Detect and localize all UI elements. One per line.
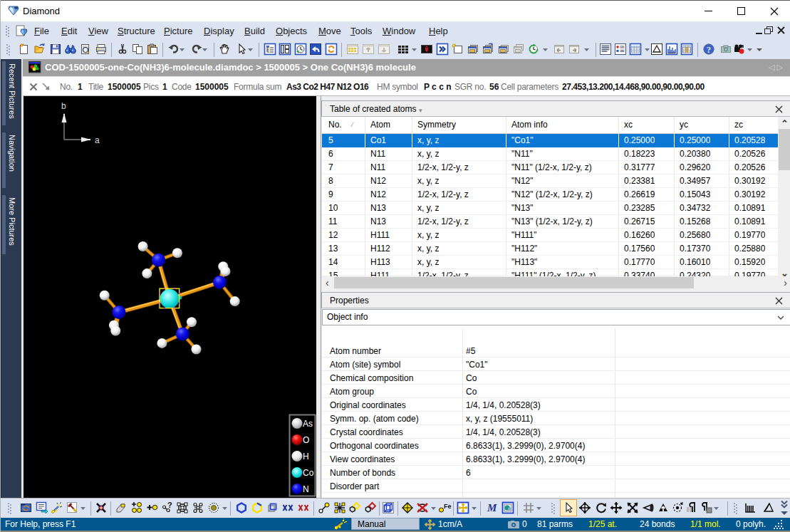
svg-text:a: a [95,135,100,145]
svg-text:?: ? [707,44,712,55]
svg-text:?: ? [167,501,172,509]
svg-text:O: O [303,435,309,445]
svg-text:Fe: Fe [444,503,452,510]
svg-text:M: M [487,502,497,513]
svg-text:b: b [61,101,66,111]
svg-text:Co: Co [303,468,314,478]
svg-text:As: As [303,419,313,429]
svg-text:N: N [303,484,309,494]
svg-text:H: H [303,452,309,461]
